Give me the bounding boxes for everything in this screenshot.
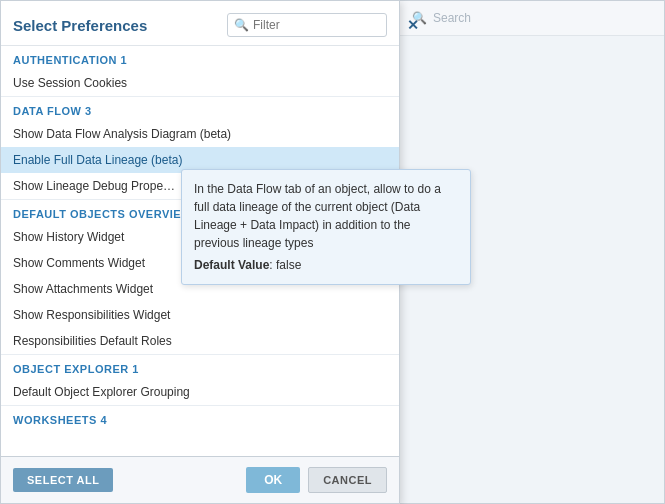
tooltip-text: In the Data Flow tab of an object, allow… bbox=[194, 182, 441, 250]
list-item[interactable]: Use Session Cookies bbox=[1, 70, 399, 96]
panel-title: Select Preferences bbox=[13, 17, 147, 34]
filter-container: 🔍 ✕ bbox=[227, 13, 387, 37]
left-panel-header: Select Preferences 🔍 ✕ bbox=[1, 1, 399, 46]
section-header-object-explorer: OBJECT EXPLORER 1 bbox=[1, 354, 399, 379]
list-item[interactable]: Responsibilities Default Roles bbox=[1, 328, 399, 354]
modal-container: Select Preferences 🔍 ✕ AUTHENTICATION 1 … bbox=[0, 0, 665, 504]
tooltip-default-label: Default Value bbox=[194, 258, 269, 272]
list-item[interactable]: Show Responsibilities Widget bbox=[1, 302, 399, 328]
section-header-authentication: AUTHENTICATION 1 bbox=[1, 46, 399, 70]
right-panel-header: 🔍 Search bbox=[400, 1, 664, 36]
filter-input[interactable] bbox=[253, 18, 403, 32]
tooltip-default-val: false bbox=[276, 258, 301, 272]
list-item[interactable]: Show Data Flow Analysis Diagram (beta) bbox=[1, 121, 399, 147]
footer-area: SELECT ALL OK CANCEL bbox=[1, 456, 399, 503]
list-item[interactable]: Default Object Explorer Grouping bbox=[1, 379, 399, 405]
tooltip-default-value: Default Value: false bbox=[194, 256, 458, 274]
search-placeholder: Search bbox=[433, 11, 471, 25]
filter-search-icon: 🔍 bbox=[234, 18, 249, 32]
filter-clear-icon[interactable]: ✕ bbox=[407, 17, 419, 33]
left-panel: Select Preferences 🔍 ✕ AUTHENTICATION 1 … bbox=[0, 0, 400, 504]
cancel-button[interactable]: CANCEL bbox=[308, 467, 387, 493]
section-header-data-flow: DATA FLOW 3 bbox=[1, 96, 399, 121]
tooltip-box: In the Data Flow tab of an object, allow… bbox=[181, 169, 471, 285]
section-header-worksheets: WORKSHEETS 4 bbox=[1, 405, 399, 430]
ok-button[interactable]: OK bbox=[246, 467, 300, 493]
select-all-button[interactable]: SELECT ALL bbox=[13, 468, 113, 492]
footer-right-buttons: OK CANCEL bbox=[246, 467, 387, 493]
